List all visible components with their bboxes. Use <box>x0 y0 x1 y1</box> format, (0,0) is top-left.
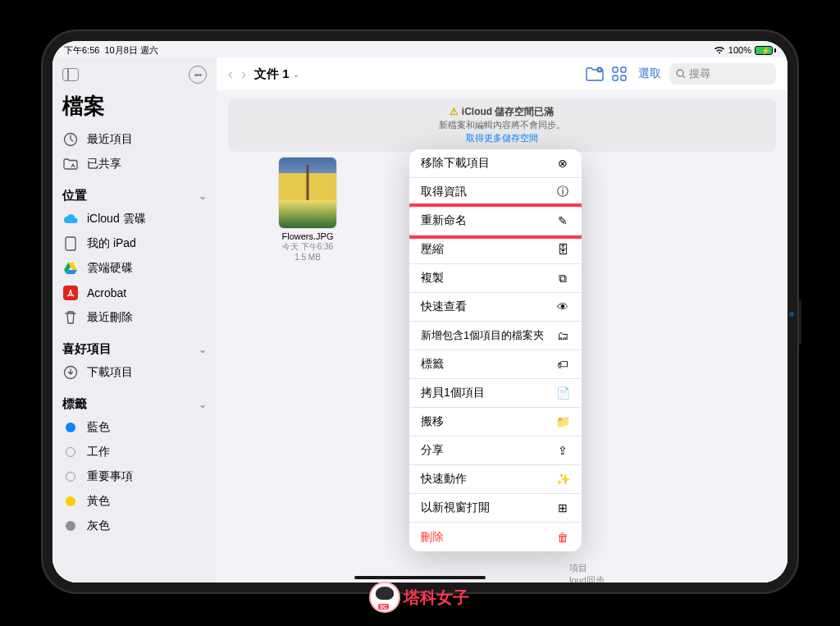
grid-view-icon[interactable] <box>612 66 630 81</box>
sidebar-section-favorites[interactable]: 喜好項目⌄ <box>59 330 210 360</box>
sidebar-more-icon[interactable]: ••• <box>189 66 207 84</box>
ctx-copy[interactable]: 拷貝1個項目📄 <box>409 379 582 408</box>
tag-icon: 🏷︎ <box>555 358 570 371</box>
tag-dot-icon <box>66 472 75 482</box>
sidebar-item-label: 藍色 <box>87 420 110 435</box>
sidebar-tag-work[interactable]: 工作 <box>59 440 210 464</box>
ipad-icon <box>62 235 79 252</box>
sidebar-item-shared[interactable]: 已共享 <box>59 152 210 176</box>
main-pane: ‹ › 文件 1 ⌄ 選取 <box>217 57 788 583</box>
banner-link[interactable]: 取得更多儲存空間 <box>238 132 766 145</box>
svg-rect-8 <box>613 75 618 80</box>
clock-icon <box>62 131 79 148</box>
ctx-share[interactable]: 分享⇪ <box>409 436 582 465</box>
svg-rect-9 <box>621 75 626 80</box>
toolbar: ‹ › 文件 1 ⌄ 選取 <box>217 57 788 90</box>
sidebar-item-label: 最近項目 <box>87 132 133 147</box>
status-bar: 下午6:56 10月8日 週六 100% ⚡ <box>52 41 788 57</box>
ctx-compress[interactable]: 壓縮🗄 <box>409 235 582 264</box>
sidebar-toggle-icon[interactable] <box>62 68 79 81</box>
new-folder-icon[interactable] <box>586 66 604 81</box>
sidebar-item-label: 最近刪除 <box>87 310 133 325</box>
battery-icon: ⚡ <box>755 46 776 55</box>
icloud-storage-banner[interactable]: ⚠︎ iCloud 儲存空間已滿 新檔案和編輯內容將不會同步。 取得更多儲存空間 <box>228 98 776 152</box>
svg-point-10 <box>677 70 683 76</box>
banner-title: iCloud 儲存空間已滿 <box>462 106 555 117</box>
sidebar-item-label: 黃色 <box>87 494 110 509</box>
download-icon <box>62 364 79 381</box>
context-menu: 移除下載項目⊗ 取得資訊ⓘ 重新命名✎ 壓縮🗄 複製⧉ 快速查看👁 新增包含1個… <box>409 149 582 551</box>
svg-rect-3 <box>63 286 78 300</box>
tag-dot-icon <box>66 521 75 531</box>
select-button[interactable]: 選取 <box>638 66 661 81</box>
svg-rect-6 <box>613 67 618 72</box>
sidebar-item-label: 下載項目 <box>87 365 133 380</box>
app-title: 檔案 <box>59 87 210 127</box>
watermark-text: 塔科女子 <box>404 587 469 609</box>
ctx-move[interactable]: 搬移📁 <box>409 408 582 436</box>
wifi-icon <box>714 46 725 54</box>
sidebar-item-label: 已共享 <box>87 157 121 171</box>
sidebar-tag-blue[interactable]: 藍色 <box>59 415 210 440</box>
tag-dot-icon <box>66 423 75 432</box>
ctx-new-folder[interactable]: 新增包含1個項目的檔案夾🗂 <box>409 322 582 350</box>
ctx-tags[interactable]: 標籤🏷︎ <box>409 350 582 379</box>
ctx-remove-download[interactable]: 移除下載項目⊗ <box>409 149 582 178</box>
trash-icon: 🗑 <box>555 531 570 544</box>
info-icon: ⓘ <box>555 185 570 199</box>
forward-button[interactable]: › <box>241 66 246 83</box>
chevron-down-icon: ⌄ <box>199 190 207 202</box>
sidebar-item-my-ipad[interactable]: 我的 iPad <box>59 231 210 256</box>
sidebar-item-trash[interactable]: 最近刪除 <box>59 305 210 330</box>
svg-rect-2 <box>66 237 75 250</box>
wand-icon: ✨ <box>555 473 570 486</box>
sidebar-item-icloud[interactable]: iCloud 雲碟 <box>59 207 210 231</box>
sidebar-item-label: Acrobat <box>87 286 126 299</box>
ctx-duplicate[interactable]: 複製⧉ <box>409 264 582 293</box>
sidebar-tag-grey[interactable]: 灰色 <box>59 514 210 538</box>
sidebar-item-gdrive[interactable]: 雲端硬碟 <box>59 256 210 281</box>
background-text: 項目 loud同步 <box>569 562 605 583</box>
chevron-down-icon: ⌄ <box>199 344 207 355</box>
sidebar-tag-yellow[interactable]: 黃色 <box>59 489 210 514</box>
archive-icon: 🗄 <box>555 243 570 256</box>
file-size: 1.5 MB <box>271 253 345 262</box>
ctx-quick-actions[interactable]: 快速動作✨ <box>409 465 582 494</box>
ctx-rename[interactable]: 重新命名✎ <box>409 207 582 235</box>
eye-icon: 👁 <box>555 300 570 313</box>
sidebar-item-label: 雲端硬碟 <box>87 261 133 276</box>
sidebar-item-label: 灰色 <box>87 519 110 533</box>
ctx-open-new-window[interactable]: 以新視窗打開⊞ <box>409 494 582 523</box>
duplicate-icon: ⧉ <box>555 272 570 286</box>
sidebar-item-label: 我的 iPad <box>87 236 136 251</box>
remove-icon: ⊗ <box>555 157 570 170</box>
ctx-info[interactable]: 取得資訊ⓘ <box>409 178 582 207</box>
sidebar-section-locations[interactable]: 位置⌄ <box>59 176 210 207</box>
watermark-avatar-icon <box>371 583 399 611</box>
home-indicator[interactable] <box>354 576 486 579</box>
trash-icon <box>62 309 79 326</box>
window-icon: ⊞ <box>555 501 570 514</box>
icloud-icon <box>62 211 79 227</box>
file-thumbnail <box>279 158 336 228</box>
copy-icon: 📄 <box>555 386 570 400</box>
search-placeholder: 搜尋 <box>689 66 710 81</box>
file-item[interactable]: Flowers.JPG 今天 下午6:36 1.5 MB <box>271 158 345 262</box>
sidebar-item-label: iCloud 雲碟 <box>87 212 146 226</box>
folder-plus-icon: 🗂 <box>555 329 570 342</box>
ctx-quicklook[interactable]: 快速查看👁 <box>409 293 582 322</box>
pencil-icon: ✎ <box>555 214 570 227</box>
acrobat-icon <box>62 285 79 301</box>
ctx-delete[interactable]: 刪除🗑 <box>409 523 582 551</box>
sidebar-item-acrobat[interactable]: Acrobat <box>59 281 210 305</box>
sidebar-section-tags[interactable]: 標籤⌄ <box>59 385 210 415</box>
breadcrumb[interactable]: 文件 1 ⌄ <box>254 66 299 82</box>
folder-icon: 📁 <box>555 415 570 428</box>
chevron-down-icon: ⌄ <box>199 399 207 410</box>
sidebar-item-recent[interactable]: 最近項目 <box>59 127 210 152</box>
search-input[interactable]: 搜尋 <box>669 63 776 85</box>
sidebar-item-downloads[interactable]: 下載項目 <box>59 360 210 385</box>
sidebar-item-label: 重要事項 <box>87 469 133 484</box>
back-button[interactable]: ‹ <box>228 66 233 83</box>
sidebar-tag-important[interactable]: 重要事項 <box>59 464 210 489</box>
